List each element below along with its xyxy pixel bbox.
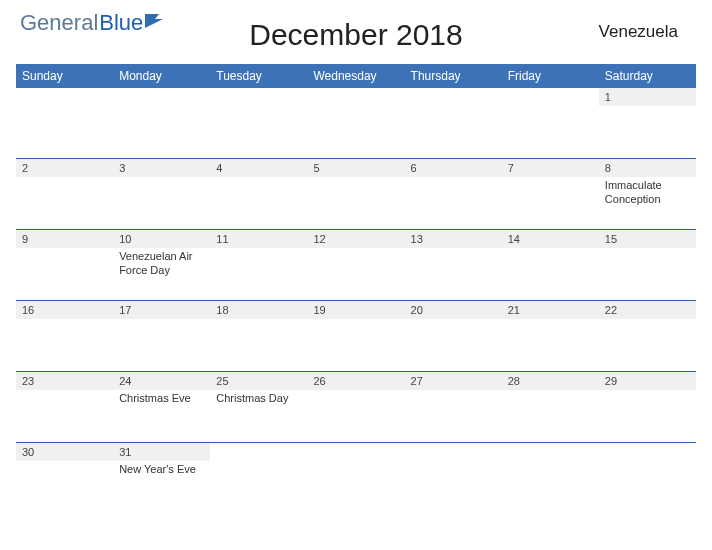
day-cell: 26	[307, 372, 404, 442]
day-cell	[405, 443, 502, 503]
day-cell	[210, 88, 307, 158]
day-number: 13	[405, 230, 502, 248]
week-row: 1	[16, 88, 696, 158]
day-cell: 20	[405, 301, 502, 371]
day-cell	[307, 443, 404, 503]
week-row: 2345678Immaculate Conception	[16, 158, 696, 229]
day-number: 26	[307, 372, 404, 390]
flag-icon	[145, 14, 165, 30]
event-label: Venezuelan Air Force Day	[113, 248, 210, 278]
day-number: 8	[599, 159, 696, 177]
day-header: Saturday	[599, 64, 696, 88]
day-cell	[405, 88, 502, 158]
day-cell: 8Immaculate Conception	[599, 159, 696, 229]
day-number	[502, 88, 599, 106]
day-cell: 12	[307, 230, 404, 300]
day-cell: 16	[16, 301, 113, 371]
day-number	[405, 88, 502, 106]
day-cell	[307, 88, 404, 158]
day-number: 27	[405, 372, 502, 390]
day-number	[307, 88, 404, 106]
day-cell: 30	[16, 443, 113, 503]
day-cell	[502, 443, 599, 503]
event-label: New Year's Eve	[113, 461, 210, 477]
day-header: Wednesday	[307, 64, 404, 88]
weeks-container: 12345678Immaculate Conception910Venezuel…	[16, 88, 696, 503]
day-number: 30	[16, 443, 113, 461]
day-number: 6	[405, 159, 502, 177]
day-cell: 25Christmas Day	[210, 372, 307, 442]
day-number	[502, 443, 599, 461]
day-cell: 31New Year's Eve	[113, 443, 210, 503]
day-number: 28	[502, 372, 599, 390]
day-number: 2	[16, 159, 113, 177]
day-header: Friday	[502, 64, 599, 88]
day-cell: 23	[16, 372, 113, 442]
day-cell: 28	[502, 372, 599, 442]
day-cell: 29	[599, 372, 696, 442]
day-number: 20	[405, 301, 502, 319]
day-cell: 15	[599, 230, 696, 300]
day-number: 21	[502, 301, 599, 319]
day-number: 11	[210, 230, 307, 248]
day-number	[210, 88, 307, 106]
day-cell: 13	[405, 230, 502, 300]
day-number: 14	[502, 230, 599, 248]
event-label: Christmas Day	[210, 390, 307, 406]
day-cell: 19	[307, 301, 404, 371]
day-number	[599, 443, 696, 461]
day-header: Tuesday	[210, 64, 307, 88]
week-row: 3031New Year's Eve	[16, 442, 696, 503]
day-header-row: Sunday Monday Tuesday Wednesday Thursday…	[16, 64, 696, 88]
brand-part2: Blue	[99, 10, 143, 36]
day-cell	[599, 443, 696, 503]
day-number: 24	[113, 372, 210, 390]
day-number: 17	[113, 301, 210, 319]
day-cell: 22	[599, 301, 696, 371]
day-header: Monday	[113, 64, 210, 88]
day-number	[16, 88, 113, 106]
day-cell: 1	[599, 88, 696, 158]
event-label: Christmas Eve	[113, 390, 210, 406]
day-number: 7	[502, 159, 599, 177]
day-number: 15	[599, 230, 696, 248]
day-number: 10	[113, 230, 210, 248]
day-number: 29	[599, 372, 696, 390]
day-number	[113, 88, 210, 106]
calendar: Sunday Monday Tuesday Wednesday Thursday…	[0, 64, 712, 503]
day-number: 4	[210, 159, 307, 177]
day-cell: 3	[113, 159, 210, 229]
brand-logo: General Blue	[20, 10, 165, 36]
day-number: 9	[16, 230, 113, 248]
day-cell: 7	[502, 159, 599, 229]
day-cell	[113, 88, 210, 158]
week-row: 16171819202122	[16, 300, 696, 371]
header: General Blue December 2018 Venezuela	[0, 0, 712, 64]
day-cell: 17	[113, 301, 210, 371]
day-number	[210, 443, 307, 461]
day-header: Sunday	[16, 64, 113, 88]
day-number: 1	[599, 88, 696, 106]
day-cell: 24Christmas Eve	[113, 372, 210, 442]
day-number: 25	[210, 372, 307, 390]
day-number: 19	[307, 301, 404, 319]
day-number	[307, 443, 404, 461]
day-number: 18	[210, 301, 307, 319]
day-cell: 2	[16, 159, 113, 229]
day-cell	[210, 443, 307, 503]
day-cell: 10Venezuelan Air Force Day	[113, 230, 210, 300]
day-cell: 18	[210, 301, 307, 371]
day-cell: 14	[502, 230, 599, 300]
day-number: 12	[307, 230, 404, 248]
day-number: 5	[307, 159, 404, 177]
day-cell	[502, 88, 599, 158]
week-row: 910Venezuelan Air Force Day1112131415	[16, 229, 696, 300]
day-cell: 9	[16, 230, 113, 300]
day-cell: 6	[405, 159, 502, 229]
day-cell: 11	[210, 230, 307, 300]
day-number: 3	[113, 159, 210, 177]
week-row: 2324Christmas Eve25Christmas Day26272829	[16, 371, 696, 442]
day-cell: 27	[405, 372, 502, 442]
day-number: 31	[113, 443, 210, 461]
day-number: 22	[599, 301, 696, 319]
